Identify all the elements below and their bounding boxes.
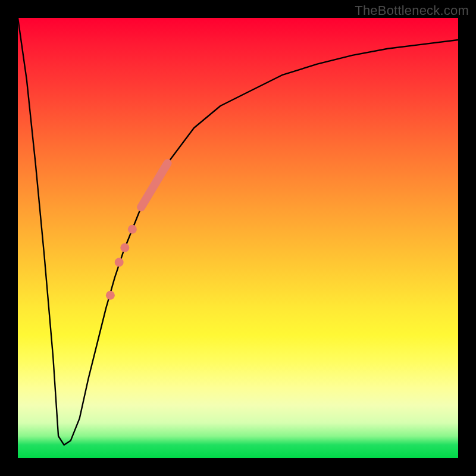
dot-b xyxy=(120,243,129,252)
plot-area xyxy=(18,18,458,458)
bottleneck-curve xyxy=(18,18,458,445)
dot-c xyxy=(115,258,124,267)
dot-d xyxy=(106,291,115,300)
highlight-segment xyxy=(141,163,167,207)
chart-frame: TheBottleneck.com xyxy=(0,0,476,476)
curve-layer xyxy=(18,18,458,458)
watermark-text: TheBottleneck.com xyxy=(355,3,469,18)
dot-a xyxy=(128,225,137,234)
